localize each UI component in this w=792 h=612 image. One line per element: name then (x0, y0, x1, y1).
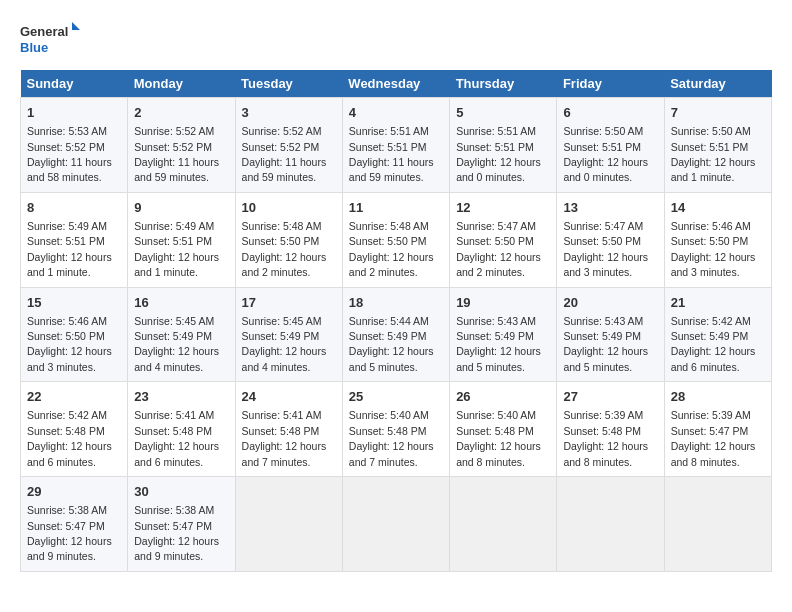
logo: General Blue (20, 20, 80, 60)
day-info: Sunrise: 5:42 AM Sunset: 5:48 PM Dayligh… (27, 409, 112, 467)
day-info: Sunrise: 5:47 AM Sunset: 5:50 PM Dayligh… (563, 220, 648, 278)
calendar-cell: 29Sunrise: 5:38 AM Sunset: 5:47 PM Dayli… (21, 477, 128, 572)
day-info: Sunrise: 5:48 AM Sunset: 5:50 PM Dayligh… (349, 220, 434, 278)
day-number: 4 (349, 104, 443, 122)
day-info: Sunrise: 5:50 AM Sunset: 5:51 PM Dayligh… (563, 125, 648, 183)
calendar-cell: 13Sunrise: 5:47 AM Sunset: 5:50 PM Dayli… (557, 192, 664, 287)
calendar-week-5: 29Sunrise: 5:38 AM Sunset: 5:47 PM Dayli… (21, 477, 772, 572)
day-number: 20 (563, 294, 657, 312)
day-number: 23 (134, 388, 228, 406)
weekday-header-thursday: Thursday (450, 70, 557, 98)
day-info: Sunrise: 5:47 AM Sunset: 5:50 PM Dayligh… (456, 220, 541, 278)
calendar-cell: 8Sunrise: 5:49 AM Sunset: 5:51 PM Daylig… (21, 192, 128, 287)
day-number: 15 (27, 294, 121, 312)
day-number: 27 (563, 388, 657, 406)
calendar-cell: 6Sunrise: 5:50 AM Sunset: 5:51 PM Daylig… (557, 98, 664, 193)
day-info: Sunrise: 5:38 AM Sunset: 5:47 PM Dayligh… (134, 504, 219, 562)
calendar-cell: 19Sunrise: 5:43 AM Sunset: 5:49 PM Dayli… (450, 287, 557, 382)
day-info: Sunrise: 5:41 AM Sunset: 5:48 PM Dayligh… (134, 409, 219, 467)
calendar-cell: 5Sunrise: 5:51 AM Sunset: 5:51 PM Daylig… (450, 98, 557, 193)
calendar-week-4: 22Sunrise: 5:42 AM Sunset: 5:48 PM Dayli… (21, 382, 772, 477)
calendar-cell: 24Sunrise: 5:41 AM Sunset: 5:48 PM Dayli… (235, 382, 342, 477)
calendar-cell: 26Sunrise: 5:40 AM Sunset: 5:48 PM Dayli… (450, 382, 557, 477)
day-number: 26 (456, 388, 550, 406)
day-info: Sunrise: 5:40 AM Sunset: 5:48 PM Dayligh… (456, 409, 541, 467)
day-info: Sunrise: 5:45 AM Sunset: 5:49 PM Dayligh… (242, 315, 327, 373)
calendar-cell: 2Sunrise: 5:52 AM Sunset: 5:52 PM Daylig… (128, 98, 235, 193)
day-number: 10 (242, 199, 336, 217)
day-number: 1 (27, 104, 121, 122)
weekday-header-friday: Friday (557, 70, 664, 98)
weekday-header-monday: Monday (128, 70, 235, 98)
day-number: 5 (456, 104, 550, 122)
calendar-week-1: 1Sunrise: 5:53 AM Sunset: 5:52 PM Daylig… (21, 98, 772, 193)
logo-svg: General Blue (20, 20, 80, 60)
day-info: Sunrise: 5:43 AM Sunset: 5:49 PM Dayligh… (456, 315, 541, 373)
day-number: 30 (134, 483, 228, 501)
svg-text:General: General (20, 24, 68, 39)
day-info: Sunrise: 5:39 AM Sunset: 5:47 PM Dayligh… (671, 409, 756, 467)
day-info: Sunrise: 5:42 AM Sunset: 5:49 PM Dayligh… (671, 315, 756, 373)
day-number: 29 (27, 483, 121, 501)
calendar-cell: 1Sunrise: 5:53 AM Sunset: 5:52 PM Daylig… (21, 98, 128, 193)
day-info: Sunrise: 5:39 AM Sunset: 5:48 PM Dayligh… (563, 409, 648, 467)
calendar-week-2: 8Sunrise: 5:49 AM Sunset: 5:51 PM Daylig… (21, 192, 772, 287)
svg-marker-2 (72, 22, 80, 30)
day-info: Sunrise: 5:41 AM Sunset: 5:48 PM Dayligh… (242, 409, 327, 467)
calendar-cell: 28Sunrise: 5:39 AM Sunset: 5:47 PM Dayli… (664, 382, 771, 477)
calendar-cell: 20Sunrise: 5:43 AM Sunset: 5:49 PM Dayli… (557, 287, 664, 382)
day-info: Sunrise: 5:49 AM Sunset: 5:51 PM Dayligh… (134, 220, 219, 278)
weekday-header-tuesday: Tuesday (235, 70, 342, 98)
calendar-cell: 18Sunrise: 5:44 AM Sunset: 5:49 PM Dayli… (342, 287, 449, 382)
day-number: 14 (671, 199, 765, 217)
day-number: 16 (134, 294, 228, 312)
day-number: 28 (671, 388, 765, 406)
day-info: Sunrise: 5:53 AM Sunset: 5:52 PM Dayligh… (27, 125, 112, 183)
calendar-week-3: 15Sunrise: 5:46 AM Sunset: 5:50 PM Dayli… (21, 287, 772, 382)
day-info: Sunrise: 5:43 AM Sunset: 5:49 PM Dayligh… (563, 315, 648, 373)
weekday-header-sunday: Sunday (21, 70, 128, 98)
day-number: 8 (27, 199, 121, 217)
calendar-cell (342, 477, 449, 572)
day-number: 19 (456, 294, 550, 312)
day-number: 22 (27, 388, 121, 406)
day-number: 25 (349, 388, 443, 406)
calendar-cell: 4Sunrise: 5:51 AM Sunset: 5:51 PM Daylig… (342, 98, 449, 193)
day-number: 11 (349, 199, 443, 217)
day-info: Sunrise: 5:38 AM Sunset: 5:47 PM Dayligh… (27, 504, 112, 562)
day-number: 12 (456, 199, 550, 217)
day-number: 3 (242, 104, 336, 122)
day-info: Sunrise: 5:49 AM Sunset: 5:51 PM Dayligh… (27, 220, 112, 278)
calendar-cell (450, 477, 557, 572)
day-number: 21 (671, 294, 765, 312)
calendar-cell: 30Sunrise: 5:38 AM Sunset: 5:47 PM Dayli… (128, 477, 235, 572)
day-info: Sunrise: 5:45 AM Sunset: 5:49 PM Dayligh… (134, 315, 219, 373)
day-info: Sunrise: 5:48 AM Sunset: 5:50 PM Dayligh… (242, 220, 327, 278)
calendar-cell: 12Sunrise: 5:47 AM Sunset: 5:50 PM Dayli… (450, 192, 557, 287)
day-number: 2 (134, 104, 228, 122)
calendar-cell (235, 477, 342, 572)
day-number: 7 (671, 104, 765, 122)
day-info: Sunrise: 5:52 AM Sunset: 5:52 PM Dayligh… (134, 125, 219, 183)
day-info: Sunrise: 5:51 AM Sunset: 5:51 PM Dayligh… (456, 125, 541, 183)
day-info: Sunrise: 5:52 AM Sunset: 5:52 PM Dayligh… (242, 125, 327, 183)
calendar-cell (557, 477, 664, 572)
day-info: Sunrise: 5:50 AM Sunset: 5:51 PM Dayligh… (671, 125, 756, 183)
calendar-cell: 7Sunrise: 5:50 AM Sunset: 5:51 PM Daylig… (664, 98, 771, 193)
day-info: Sunrise: 5:46 AM Sunset: 5:50 PM Dayligh… (671, 220, 756, 278)
day-info: Sunrise: 5:46 AM Sunset: 5:50 PM Dayligh… (27, 315, 112, 373)
calendar-cell: 14Sunrise: 5:46 AM Sunset: 5:50 PM Dayli… (664, 192, 771, 287)
calendar-cell: 3Sunrise: 5:52 AM Sunset: 5:52 PM Daylig… (235, 98, 342, 193)
day-info: Sunrise: 5:51 AM Sunset: 5:51 PM Dayligh… (349, 125, 434, 183)
day-number: 18 (349, 294, 443, 312)
weekday-header-wednesday: Wednesday (342, 70, 449, 98)
calendar-cell: 11Sunrise: 5:48 AM Sunset: 5:50 PM Dayli… (342, 192, 449, 287)
day-info: Sunrise: 5:40 AM Sunset: 5:48 PM Dayligh… (349, 409, 434, 467)
day-number: 9 (134, 199, 228, 217)
calendar-cell: 23Sunrise: 5:41 AM Sunset: 5:48 PM Dayli… (128, 382, 235, 477)
day-info: Sunrise: 5:44 AM Sunset: 5:49 PM Dayligh… (349, 315, 434, 373)
day-number: 24 (242, 388, 336, 406)
calendar-cell: 9Sunrise: 5:49 AM Sunset: 5:51 PM Daylig… (128, 192, 235, 287)
day-number: 6 (563, 104, 657, 122)
svg-text:Blue: Blue (20, 40, 48, 55)
